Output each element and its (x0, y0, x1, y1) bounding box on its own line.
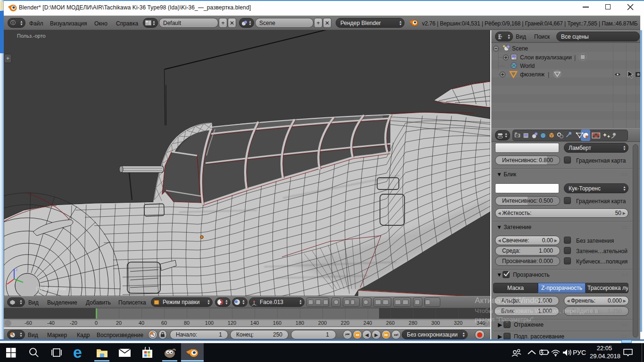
svg-text:z: z (16, 267, 18, 272)
svg-text:|: | (548, 71, 549, 78)
svg-text:фюзеляж: фюзеляж (520, 71, 545, 78)
svg-text:|: | (574, 54, 576, 61)
svg-text:Scene: Scene (512, 45, 528, 52)
svg-text:World: World (520, 63, 535, 69)
svg-text:Слои визуализации: Слои визуализации (520, 54, 572, 61)
